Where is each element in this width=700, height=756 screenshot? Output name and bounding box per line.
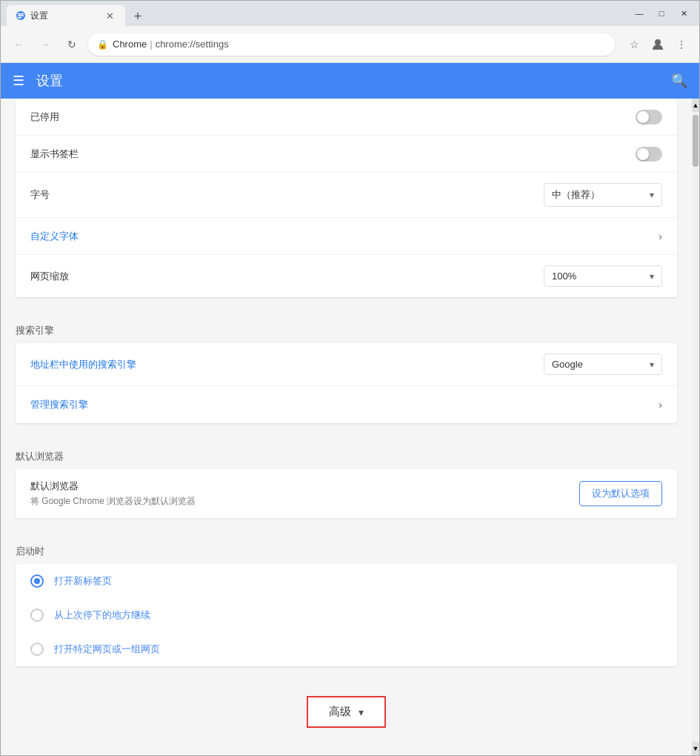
svg-rect-1 xyxy=(18,13,24,15)
font-size-label: 字号 xyxy=(30,188,544,202)
advanced-button-label: 高级 xyxy=(329,705,351,719)
custom-font-row[interactable]: 自定义字体 › xyxy=(16,218,677,255)
scrollbar-thumb[interactable] xyxy=(693,115,699,167)
custom-font-label: 自定义字体 xyxy=(30,230,659,243)
bookmark-button[interactable]: ☆ xyxy=(624,34,644,55)
svg-rect-3 xyxy=(18,17,21,19)
tab-close-button[interactable]: ✕ xyxy=(103,9,116,22)
default-browser-title: 默认浏览器 xyxy=(30,480,579,493)
search-engine-row: 地址栏中使用的搜索引擎 Google ▾ xyxy=(16,343,677,386)
reload-button[interactable]: ↻ xyxy=(61,34,82,55)
show-bookmarks-row: 显示书签栏 xyxy=(16,136,677,173)
lock-icon: 🔒 xyxy=(97,39,108,50)
search-engine-value: Google xyxy=(552,359,583,370)
minimize-button[interactable]: — xyxy=(630,7,649,20)
advanced-button[interactable]: 高级 ▾ xyxy=(307,696,386,728)
address-bar: ← → ↻ 🔒 Chrome | chrome://settings ☆ ⋮ xyxy=(1,26,699,63)
tab-title: 设置 xyxy=(30,10,48,22)
page-zoom-label: 网页缩放 xyxy=(30,270,544,283)
hamburger-menu-icon[interactable]: ☰ xyxy=(13,73,24,89)
scroll-up-button[interactable]: ▲ xyxy=(692,99,699,112)
custom-font-chevron-right-icon: › xyxy=(659,231,662,242)
already-disabled-toggle[interactable] xyxy=(636,110,662,125)
already-disabled-row: 已停用 xyxy=(16,99,677,136)
page-zoom-value: 100% xyxy=(552,271,576,282)
radio-continue-label: 从上次停下的地方继续 xyxy=(54,609,150,622)
page-zoom-select[interactable]: 100% ▾ xyxy=(544,265,662,287)
account-button[interactable] xyxy=(647,34,668,55)
svg-point-4 xyxy=(655,39,661,45)
svg-rect-2 xyxy=(18,16,24,17)
close-button[interactable]: ✕ xyxy=(674,7,693,20)
startup-heading: 启动时 xyxy=(1,530,692,564)
url-separator: | xyxy=(150,39,152,50)
search-engine-card: 地址栏中使用的搜索引擎 Google ▾ 管理搜索引擎 › xyxy=(16,343,677,423)
chrome-menu-button[interactable]: ⋮ xyxy=(671,34,692,55)
maximize-button[interactable]: □ xyxy=(652,7,671,20)
font-size-chevron-down-icon: ▾ xyxy=(650,190,654,200)
vertical-scrollbar[interactable]: ▲ ▼ xyxy=(692,99,699,755)
default-browser-description: 将 Google Chrome 浏览器设为默认浏览器 xyxy=(30,495,579,508)
radio-specific-label: 打开特定网页或一组网页 xyxy=(54,643,160,656)
title-bar: 设置 ✕ + — □ ✕ xyxy=(1,1,699,26)
appearance-card: 已停用 显示书签栏 字号 中（推荐） ▾ xyxy=(16,99,677,297)
window-controls: — □ ✕ xyxy=(630,7,693,20)
search-settings-icon[interactable]: 🔍 xyxy=(671,73,687,89)
radio-continue-icon[interactable] xyxy=(30,609,44,622)
font-size-value: 中（推荐） xyxy=(552,188,600,202)
font-size-row: 字号 中（推荐） ▾ xyxy=(16,173,677,218)
radio-new-tab-label: 打开新标签页 xyxy=(54,574,112,588)
tab-favicon xyxy=(16,10,26,21)
chrome-brand: Chrome xyxy=(113,39,147,50)
set-default-button[interactable]: 设为默认选项 xyxy=(579,481,662,506)
app-title: 设置 xyxy=(36,72,63,90)
startup-card: 打开新标签页 从上次停下的地方继续 打开特定网页或一组网页 xyxy=(16,564,677,666)
manage-search-label: 管理搜索引擎 xyxy=(30,398,659,411)
new-tab-button[interactable]: + xyxy=(128,7,147,26)
default-browser-card: 默认浏览器 将 Google Chrome 浏览器设为默认浏览器 设为默认选项 xyxy=(16,469,677,518)
startup-option-continue[interactable]: 从上次停下的地方继续 xyxy=(16,598,677,632)
radio-specific-icon[interactable] xyxy=(30,643,44,656)
search-engine-label: 地址栏中使用的搜索引擎 xyxy=(30,358,544,371)
search-engine-select[interactable]: Google ▾ xyxy=(544,354,662,375)
already-disabled-label: 已停用 xyxy=(30,110,636,124)
app-header: ☰ 设置 🔍 xyxy=(1,63,699,99)
advanced-section: 高级 ▾ xyxy=(1,678,692,750)
address-input[interactable]: 🔒 Chrome | chrome://settings xyxy=(88,33,615,56)
show-bookmarks-label: 显示书签栏 xyxy=(30,147,636,161)
show-bookmarks-toggle[interactable] xyxy=(636,147,662,162)
startup-option-specific[interactable]: 打开特定网页或一组网页 xyxy=(16,632,677,666)
radio-new-tab-icon[interactable] xyxy=(30,574,44,588)
back-button[interactable]: ← xyxy=(8,34,29,55)
url-text: chrome://settings xyxy=(156,39,229,50)
font-size-select[interactable]: 中（推荐） ▾ xyxy=(544,183,662,207)
default-browser-heading: 默认浏览器 xyxy=(1,435,692,469)
page-zoom-chevron-down-icon: ▾ xyxy=(650,271,654,282)
search-engine-chevron-down-icon: ▾ xyxy=(650,359,654,370)
page-zoom-row: 网页缩放 100% ▾ xyxy=(16,255,677,297)
active-tab[interactable]: 设置 ✕ xyxy=(7,5,125,26)
default-browser-row: 默认浏览器 将 Google Chrome 浏览器设为默认浏览器 设为默认选项 xyxy=(16,469,677,518)
advanced-chevron-down-icon: ▾ xyxy=(359,706,364,718)
startup-option-new-tab[interactable]: 打开新标签页 xyxy=(16,564,677,598)
manage-search-row[interactable]: 管理搜索引擎 › xyxy=(16,386,677,423)
search-engine-heading: 搜索引擎 xyxy=(1,309,692,343)
forward-button[interactable]: → xyxy=(35,34,56,55)
manage-search-chevron-right-icon: › xyxy=(659,399,662,411)
scroll-down-button[interactable]: ▼ xyxy=(692,742,699,755)
settings-scroll-area[interactable]: 已停用 显示书签栏 字号 中（推荐） ▾ xyxy=(1,99,692,755)
